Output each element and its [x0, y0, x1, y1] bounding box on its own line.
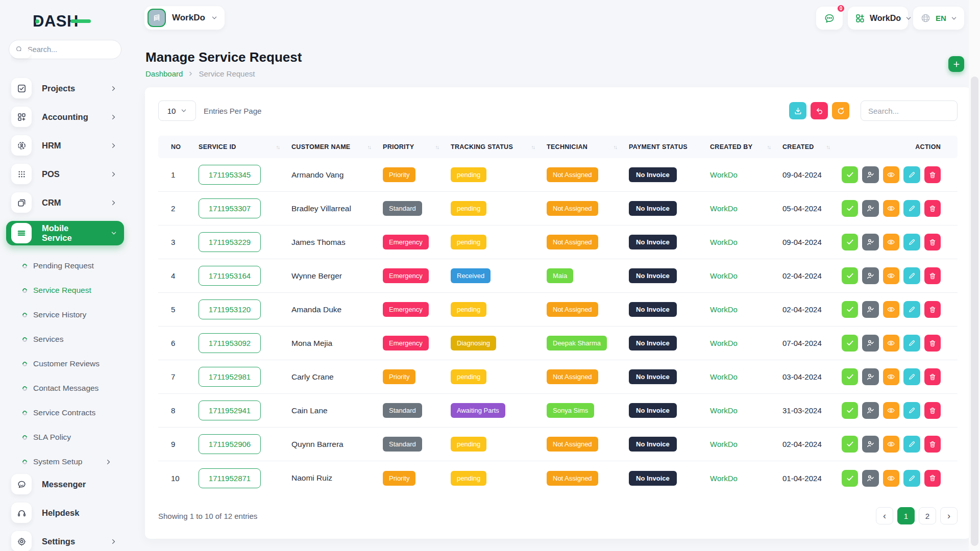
created-by-link[interactable]: WorkDo	[708, 305, 780, 314]
delete-button[interactable]	[924, 234, 941, 251]
column-header-technician[interactable]: TECHNICIAN↑↓	[545, 143, 627, 151]
page-scrollbar[interactable]	[969, 0, 980, 551]
created-by-link[interactable]: WorkDo	[708, 406, 780, 415]
edit-button[interactable]	[903, 402, 920, 419]
sidebar-subitem-contact-messages[interactable]: Contact Messages	[0, 376, 130, 400]
approve-button[interactable]	[842, 368, 858, 385]
column-header-created-by[interactable]: CREATED BY↑↓	[708, 143, 780, 151]
created-by-link[interactable]: WorkDo	[708, 204, 780, 213]
assign-technician-button[interactable]	[862, 368, 878, 385]
sidebar-subitem-services[interactable]: Services	[0, 327, 130, 352]
user-menu[interactable]: WorkDo	[848, 7, 908, 30]
service-id-link[interactable]: 1711953092	[199, 333, 261, 353]
sidebar-item-projects[interactable]: Projects	[11, 78, 124, 98]
sidebar-subitem-pending-request[interactable]: Pending Request	[0, 254, 130, 278]
assign-technician-button[interactable]	[862, 234, 878, 251]
created-by-link[interactable]: WorkDo	[708, 238, 780, 246]
sort-icon[interactable]: ↑↓	[826, 144, 830, 150]
pagination-prev-button[interactable]: ‹	[876, 507, 893, 524]
service-id-link[interactable]: 1711952941	[199, 400, 261, 420]
delete-button[interactable]	[924, 301, 941, 318]
assign-technician-button[interactable]	[862, 200, 878, 217]
column-header-service-id[interactable]: SERVICE ID↑↓	[197, 143, 289, 151]
edit-button[interactable]	[903, 470, 920, 487]
sidebar-item-pos[interactable]: POS	[11, 164, 124, 184]
approve-button[interactable]	[842, 335, 858, 352]
delete-button[interactable]	[924, 368, 941, 385]
view-button[interactable]	[883, 166, 899, 183]
approve-button[interactable]	[842, 267, 858, 284]
scrollbar-thumb[interactable]	[971, 77, 978, 546]
view-button[interactable]	[883, 234, 899, 251]
service-id-link[interactable]: 1711952871	[199, 468, 261, 488]
created-by-link[interactable]: WorkDo	[708, 372, 780, 381]
sidebar-subitem-service-request[interactable]: Service Request	[0, 278, 130, 303]
breadcrumb-dashboard-link[interactable]: Dashboard	[145, 69, 183, 78]
edit-button[interactable]	[903, 200, 920, 217]
table-search-input[interactable]	[868, 107, 950, 115]
delete-button[interactable]	[924, 402, 941, 419]
assign-technician-button[interactable]	[862, 267, 878, 284]
delete-button[interactable]	[924, 335, 941, 352]
created-by-link[interactable]: WorkDo	[708, 339, 780, 347]
pagination-page-2[interactable]: 2	[919, 507, 936, 524]
assign-technician-button[interactable]	[862, 470, 878, 487]
sidebar-item-accounting[interactable]: Accounting	[11, 107, 124, 127]
service-id-link[interactable]: 1711952906	[199, 434, 261, 454]
dash-logo[interactable]: DASH	[33, 12, 79, 31]
view-button[interactable]	[883, 368, 899, 385]
messages-button[interactable]: 0	[816, 7, 843, 30]
assign-technician-button[interactable]	[862, 402, 878, 419]
assign-technician-button[interactable]	[862, 436, 878, 453]
language-selector[interactable]: EN	[913, 7, 964, 30]
sidebar-item-settings[interactable]: Settings	[11, 531, 124, 551]
assign-technician-button[interactable]	[862, 335, 878, 352]
view-button[interactable]	[883, 335, 899, 352]
edit-button[interactable]	[903, 234, 920, 251]
edit-button[interactable]	[903, 436, 920, 453]
sidebar-subitem-sla-policy[interactable]: SLA Policy	[0, 425, 130, 449]
approve-button[interactable]	[842, 402, 858, 419]
sort-icon[interactable]: ↑↓	[368, 144, 371, 150]
approve-button[interactable]	[842, 436, 858, 453]
sort-icon[interactable]: ↑↓	[276, 144, 280, 150]
approve-button[interactable]	[842, 234, 858, 251]
assign-technician-button[interactable]	[862, 166, 878, 183]
service-id-link[interactable]: 1711953120	[199, 299, 261, 319]
workspace-switcher[interactable]: WorkDo	[144, 6, 225, 30]
sidebar-item-helpdesk[interactable]: Helpdesk	[11, 503, 124, 523]
sort-icon[interactable]: ↑↓	[531, 144, 535, 150]
sidebar-subitem-service-history[interactable]: Service History	[0, 303, 130, 327]
service-id-link[interactable]: 1711953164	[199, 266, 261, 286]
approve-button[interactable]	[842, 470, 858, 487]
edit-button[interactable]	[903, 166, 920, 183]
create-service-request-button[interactable]	[948, 56, 964, 72]
sidebar-item-messenger[interactable]: Messenger	[11, 474, 124, 494]
view-button[interactable]	[883, 402, 899, 419]
service-id-link[interactable]: 1711953307	[199, 198, 261, 218]
delete-button[interactable]	[924, 436, 941, 453]
view-button[interactable]	[883, 200, 899, 217]
delete-button[interactable]	[924, 267, 941, 284]
sort-icon[interactable]: ↑↓	[435, 144, 439, 150]
approve-button[interactable]	[842, 301, 858, 318]
view-button[interactable]	[883, 470, 899, 487]
view-button[interactable]	[883, 436, 899, 453]
sidebar-item-crm[interactable]: CRM	[11, 192, 124, 213]
export-button[interactable]	[789, 102, 806, 119]
edit-button[interactable]	[903, 335, 920, 352]
sort-icon[interactable]: ↑↓	[767, 144, 771, 150]
created-by-link[interactable]: WorkDo	[708, 440, 780, 448]
sidebar-subitem-customer-reviews[interactable]: Customer Reviews	[0, 352, 130, 376]
edit-button[interactable]	[903, 368, 920, 385]
assign-technician-button[interactable]	[862, 301, 878, 318]
column-header-created[interactable]: CREATED↑↓	[780, 143, 840, 151]
sidebar-subitem-system-setup[interactable]: System Setup	[0, 449, 130, 474]
sort-icon[interactable]: ↑↓	[614, 144, 617, 150]
edit-button[interactable]	[903, 267, 920, 284]
created-by-link[interactable]: WorkDo	[708, 474, 780, 483]
service-id-link[interactable]: 1711953229	[199, 232, 261, 252]
pagination-next-button[interactable]: ›	[940, 507, 958, 524]
column-header-priority[interactable]: PRIORITY↑↓	[381, 143, 449, 151]
approve-button[interactable]	[842, 166, 858, 183]
